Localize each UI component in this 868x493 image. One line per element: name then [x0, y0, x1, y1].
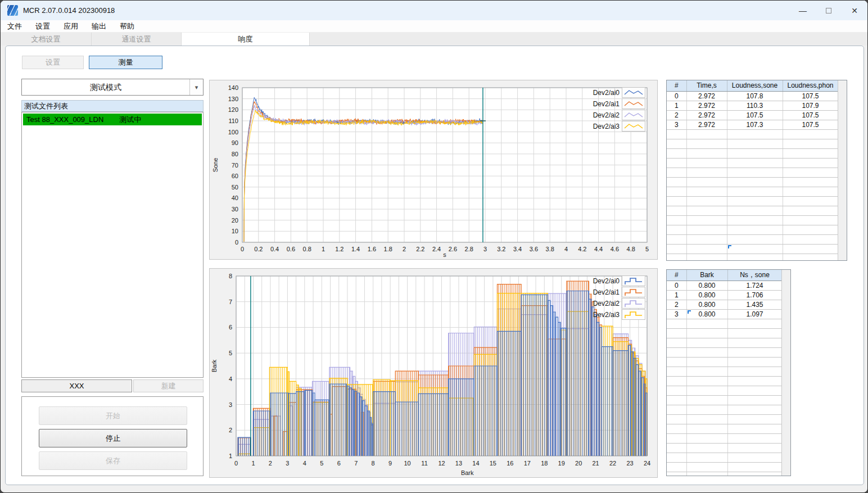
loudness-table-cell[interactable] [686, 187, 727, 196]
bark-table-cell[interactable] [727, 414, 782, 424]
table-row[interactable] [667, 462, 782, 472]
loudness-table-cell[interactable] [727, 158, 783, 168]
table-row[interactable] [667, 376, 782, 386]
bark-table-cell[interactable]: 2 [667, 300, 686, 309]
table-row[interactable] [667, 433, 782, 443]
bark-table-cell[interactable] [667, 414, 686, 424]
menu-item-1[interactable]: 设置 [29, 20, 57, 33]
loudness-result-table[interactable]: #Time,sLoudness,soneLoudness,phon02.9721… [666, 80, 847, 261]
bark-table-cell[interactable] [686, 414, 727, 424]
table-row[interactable] [667, 347, 782, 357]
loudness-table-cell[interactable] [727, 225, 783, 234]
loudness-table-cell[interactable] [686, 129, 727, 139]
loudness-table-cell[interactable] [783, 225, 838, 234]
table-row[interactable] [667, 414, 782, 424]
legend-item[interactable]: Dev2/ai2 [593, 298, 645, 309]
table-row[interactable] [667, 196, 838, 206]
bark-table-scrollbar[interactable] [781, 270, 790, 476]
loudness-table-cell[interactable]: 107.5 [727, 110, 783, 120]
bark-table-cell[interactable] [727, 453, 782, 462]
bark-table-cell[interactable] [727, 357, 782, 367]
bark-table-cell[interactable]: 0.800 [686, 300, 727, 309]
table-row[interactable] [667, 234, 838, 244]
stop-button[interactable]: 停止 [39, 429, 187, 447]
legend-item[interactable]: Dev2/ai0 [593, 275, 645, 286]
bark-table-cell[interactable] [727, 367, 782, 376]
loudness-table-cell[interactable]: 2.972 [686, 120, 727, 129]
loudness-table-cell[interactable] [783, 234, 838, 244]
bark-table-cell[interactable] [667, 424, 686, 433]
loudness-table-cell[interactable] [667, 254, 686, 261]
table-row[interactable] [667, 386, 782, 395]
loudness-table-cell[interactable] [686, 254, 727, 261]
loudness-table-cell[interactable] [727, 254, 783, 261]
table-row[interactable] [667, 129, 838, 139]
list-item[interactable]: Test 88_XXX_009_LDN测试中 [23, 114, 202, 125]
table-row[interactable] [667, 338, 782, 347]
bark-table-cell[interactable] [667, 367, 686, 376]
bark-table-cell[interactable] [727, 338, 782, 347]
loudness-table-cell[interactable] [667, 225, 686, 234]
bark-table-cell[interactable] [686, 462, 727, 472]
bark-table-cell[interactable] [727, 328, 782, 338]
bark-table-cell[interactable] [727, 405, 782, 414]
loudness-table-cell[interactable]: 107.8 [727, 91, 783, 101]
loudness-table-cell[interactable] [686, 139, 727, 148]
bark-table-cell[interactable] [667, 443, 686, 453]
table-row[interactable] [667, 244, 838, 254]
loudness-table-cell[interactable] [686, 215, 727, 225]
loudness-table-cell[interactable]: 2.972 [686, 110, 727, 120]
bark-table-cell[interactable] [727, 433, 782, 443]
bark-table-cell[interactable] [667, 462, 686, 472]
table-row[interactable]: 02.972107.8107.5 [667, 91, 838, 101]
menu-item-0[interactable]: 文件 [1, 20, 29, 33]
xxx-button[interactable]: XXX [21, 379, 132, 392]
loudness-table-cell[interactable] [686, 196, 727, 206]
bark-table-cell[interactable]: 1.724 [727, 281, 782, 290]
tab-0[interactable]: 文档设置 [1, 33, 92, 46]
bark-table-cell[interactable] [667, 386, 686, 395]
bark-table-cell[interactable] [686, 338, 727, 347]
loudness-table-cell[interactable]: 110.3 [727, 101, 783, 110]
table-row[interactable] [667, 472, 782, 476]
loudness-table-cell[interactable]: 107.9 [783, 101, 838, 110]
bark-table-cell[interactable] [667, 357, 686, 367]
table-row[interactable] [667, 453, 782, 462]
loudness-table-cell[interactable] [727, 215, 783, 225]
table-row[interactable] [667, 225, 838, 234]
table-row[interactable] [667, 158, 838, 168]
legend-item[interactable]: Dev2/ai2 [593, 110, 645, 120]
loudness-table-cell[interactable] [727, 177, 783, 187]
bark-table-cell[interactable] [686, 347, 727, 357]
loudness-table-cell[interactable] [727, 187, 783, 196]
bark-table-cell[interactable]: 0.800 [686, 309, 727, 319]
loudness-table-cell[interactable] [667, 148, 686, 158]
loudness-table-cell[interactable] [667, 139, 686, 148]
loudness-table-cell[interactable] [667, 234, 686, 244]
bark-table-cell[interactable] [727, 376, 782, 386]
loudness-table-cell[interactable] [727, 234, 783, 244]
loudness-table-cell[interactable] [667, 168, 686, 177]
bark-table-cell[interactable] [686, 433, 727, 443]
loudness-table-cell[interactable] [783, 139, 838, 148]
bark-table-cell[interactable] [727, 443, 782, 453]
loudness-table-cell[interactable] [783, 148, 838, 158]
table-row[interactable]: 12.972110.3107.9 [667, 101, 838, 110]
loudness-table-cell[interactable] [667, 196, 686, 206]
loudness-table-cell[interactable] [727, 148, 783, 158]
bark-table-cell[interactable] [727, 347, 782, 357]
bark-table-cell[interactable] [727, 424, 782, 433]
new-button[interactable]: 新建 [133, 379, 204, 392]
maximize-button[interactable] [816, 1, 842, 20]
bark-spectrum-chart[interactable]: 0123456789101112131415161718192021222324… [209, 268, 658, 478]
table-row[interactable] [667, 367, 782, 376]
table-row[interactable]: 30.8001.097 [667, 309, 782, 319]
legend-item[interactable]: Dev2/ai3 [593, 309, 645, 320]
bark-table-cell[interactable] [686, 386, 727, 395]
legend-item[interactable]: Dev2/ai0 [593, 87, 645, 98]
bark-table-cell[interactable] [667, 338, 686, 347]
bark-table-cell[interactable] [667, 433, 686, 443]
loudness-table-cell[interactable] [783, 196, 838, 206]
bark-table-cell[interactable]: 0.800 [686, 290, 727, 300]
bark-table-cell[interactable]: 0 [667, 281, 686, 290]
